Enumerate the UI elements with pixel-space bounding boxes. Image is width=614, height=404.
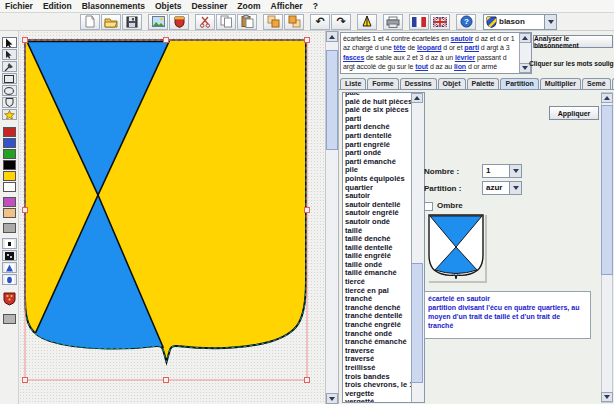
drawing-canvas[interactable] — [19, 31, 325, 404]
paste-button[interactable] — [237, 14, 257, 30]
panel-scroll-thumb[interactable] — [601, 105, 613, 275]
blazon-textarea[interactable]: écartelés 1 et 4 contre écartelés en sau… — [340, 32, 532, 74]
partition-list-scrollbar[interactable] — [411, 93, 424, 402]
blazon-scroll-up[interactable] — [519, 33, 531, 43]
color-swatch-000000[interactable] — [3, 160, 16, 170]
color-swatch-23a123[interactable] — [3, 149, 16, 159]
ombre-checkbox[interactable] — [424, 202, 433, 211]
undo-button[interactable]: ↶ — [310, 14, 330, 30]
counter-ermine-pattern-button[interactable] — [2, 250, 17, 261]
blazon-segment: d or chargé de 3 — [424, 72, 477, 73]
ermine-pattern-button[interactable] — [2, 238, 17, 249]
menu-zoom[interactable]: Zoom — [232, 0, 265, 13]
color-swatch-ffffff[interactable] — [3, 182, 16, 192]
partition-list[interactable]: palépalé de huit piècespalé de six pièce… — [342, 92, 425, 403]
cut-button[interactable] — [195, 14, 215, 30]
blazon-link-fasces[interactable]: fasces — [343, 54, 364, 61]
blazon-link-lion[interactable]: lion — [454, 63, 466, 70]
save-button[interactable] — [122, 14, 142, 30]
print-button[interactable] — [383, 14, 403, 30]
apply-button[interactable]: Appliquer — [549, 106, 599, 120]
azure-triangle-button[interactable] — [2, 262, 17, 273]
list-scroll-thumb[interactable] — [411, 263, 423, 383]
tab-objet[interactable]: Objet — [438, 78, 466, 89]
printer-icon — [386, 16, 400, 28]
blason-combobox[interactable]: blason — [483, 14, 557, 30]
canvas-vertical-scrollbar[interactable] — [325, 31, 338, 404]
tab-forme[interactable]: Forme — [367, 78, 398, 89]
star-tool[interactable] — [2, 109, 17, 120]
tab-multiplier[interactable]: Multiplier — [540, 78, 581, 89]
blazon-link-parti[interactable]: parti — [464, 44, 479, 51]
blazon-scrollbar[interactable] — [519, 33, 531, 73]
help-button[interactable]: ? — [456, 14, 476, 30]
blazon-link-l-vrier[interactable]: lévrier — [455, 54, 475, 61]
nombre-combobox[interactable]: 1 — [482, 164, 522, 178]
blazon-link-t-te[interactable]: tête — [394, 44, 406, 51]
bring-to-front-button[interactable] — [263, 14, 283, 30]
panel-scroll-down[interactable] — [601, 392, 613, 402]
color-swatch-c62525[interactable] — [3, 127, 16, 137]
color-swatches-main — [3, 127, 16, 193]
shield-badge[interactable] — [3, 292, 16, 310]
azure-triangle-icon — [5, 264, 14, 272]
color-swatch-ffd400[interactable] — [3, 171, 16, 181]
menu-objets[interactable]: Objets — [150, 0, 186, 13]
french-language-button[interactable] — [409, 14, 429, 30]
blazon-link-palmes[interactable]: palmes — [477, 72, 501, 73]
open-button[interactable] — [101, 14, 121, 30]
english-language-button[interactable] — [430, 14, 450, 30]
select-arrow-tool[interactable] — [2, 37, 17, 48]
scroll-thumb[interactable] — [326, 50, 338, 150]
blason-combo-arrow[interactable] — [544, 15, 556, 29]
nombre-combo-arrow[interactable] — [509, 165, 521, 177]
blazon-link-tout[interactable]: tout — [415, 63, 428, 70]
partition-combobox[interactable]: azur — [482, 181, 522, 195]
panel-scrollbar[interactable] — [601, 92, 613, 403]
save-icon — [126, 16, 138, 28]
send-to-back-button[interactable] — [284, 14, 304, 30]
gray-swatch-bottom[interactable] — [3, 314, 16, 324]
shield-template-button[interactable] — [169, 14, 189, 30]
scroll-up-button[interactable] — [326, 31, 338, 42]
blazon-link-sautoir[interactable]: sautoir — [451, 35, 474, 42]
tab-partition[interactable]: Partition — [500, 78, 538, 89]
pen-tool[interactable] — [2, 61, 17, 72]
direct-select-arrow-icon — [5, 50, 13, 59]
direct-select-arrow-tool[interactable] — [2, 49, 17, 60]
shield-tool[interactable] — [2, 97, 17, 108]
insert-image-button[interactable] — [148, 14, 168, 30]
shield-artwork[interactable] — [19, 31, 325, 404]
color-swatch-ababab[interactable] — [3, 223, 16, 233]
copy-button[interactable] — [216, 14, 236, 30]
scroll-down-button[interactable] — [326, 393, 338, 404]
tab-sem[interactable]: Semé — [582, 78, 611, 89]
tab-palette[interactable]: Palette — [467, 78, 500, 89]
azure-oval-button[interactable] — [2, 274, 17, 285]
blazon-link-chef[interactable]: chef — [410, 72, 424, 73]
menu-afficher[interactable]: Afficher — [266, 0, 308, 13]
cone-tool-button[interactable] — [357, 14, 377, 30]
menu-blasonnements[interactable]: Blasonnements — [77, 0, 150, 13]
color-swatch-3352cc[interactable] — [3, 138, 16, 148]
ellipse-tool[interactable] — [2, 85, 17, 96]
partition-combo-arrow[interactable] — [509, 182, 521, 194]
list-scroll-up[interactable] — [411, 93, 423, 103]
color-swatch-c04fc0[interactable] — [3, 197, 16, 207]
ombre-label: Ombre — [437, 201, 463, 210]
rectangle-tool[interactable] — [2, 73, 17, 84]
menu-dessiner[interactable]: Dessiner — [186, 0, 232, 13]
blazon-link-l-opard[interactable]: léopard — [417, 44, 442, 51]
new-document-button[interactable] — [80, 14, 100, 30]
redo-button[interactable]: ↷ — [331, 14, 351, 30]
color-swatch-f0c287[interactable] — [3, 208, 16, 218]
list-item-vergett[interactable]: vergetté — [345, 398, 411, 402]
menu-item[interactable]: ? — [308, 0, 323, 13]
tab-dessins[interactable]: Dessins — [400, 78, 437, 89]
tab-liste[interactable]: Liste — [340, 78, 366, 89]
menu-fichier[interactable]: Fichier — [0, 0, 38, 13]
analyser-button[interactable]: Analyser le blasonnement — [533, 35, 613, 48]
panel-scroll-up[interactable] — [601, 93, 613, 103]
menu-edition[interactable]: Edition — [38, 0, 77, 13]
ellipse-icon — [4, 87, 14, 95]
